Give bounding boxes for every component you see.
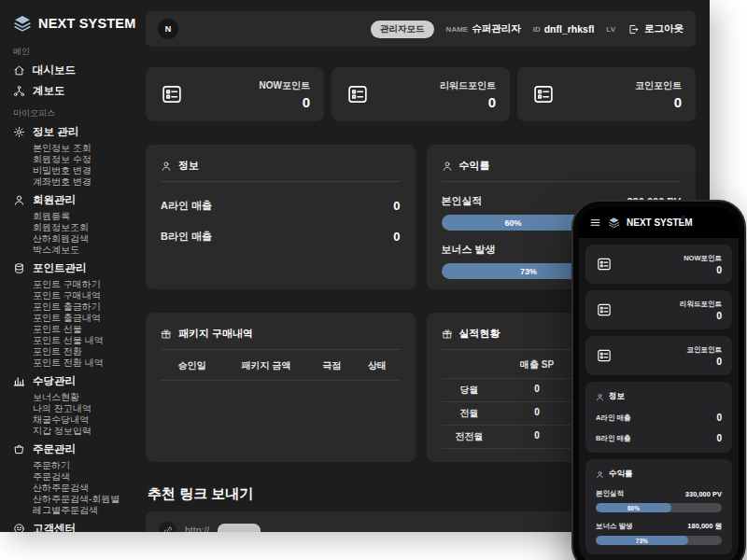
sidebar-subitem[interactable]: 회원정보 수정 [33, 154, 133, 165]
sidebar-subitem[interactable]: 주문검색 [33, 471, 133, 483]
sidebar-subitem[interactable]: 비밀번호 변경 [33, 165, 133, 176]
performance-row-value: 0 [498, 430, 577, 443]
performance-row-value: 0 [498, 407, 577, 420]
sidebar-subitem[interactable]: 포인트 출금하기 [33, 301, 133, 313]
metric-value: 180,000 원 [687, 522, 722, 531]
sidebar-subitem[interactable]: 산하주문검색 [33, 483, 133, 494]
point-card-text: 코인포인트0 [687, 345, 723, 367]
phone-info-card: 정보 A라인 매출0B라인 매출0 [585, 382, 732, 453]
table-column-header: 패키지 금액 [223, 359, 309, 372]
user-id: ID dnfl_rhksfl [533, 23, 595, 35]
sidebar-subitem[interactable]: 나의 잔고내역 [33, 403, 133, 414]
metric-row: 본인실적330,000 PV [596, 489, 722, 498]
info-row-label: B라인 매출 [596, 434, 631, 443]
copy-link-button[interactable] [218, 524, 261, 533]
sidebar-item-label: 회원관리 [33, 193, 76, 207]
home-icon [13, 64, 25, 77]
user-icon [161, 161, 172, 172]
sidebar-group: 회원관리회원등록회원정보조회산하회원검색박스계보도 [13, 192, 133, 256]
sidebar-group: 계보도 [13, 83, 133, 99]
phone-info-rows: A라인 매출0B라인 매출0 [596, 413, 722, 443]
sidebar-subitem[interactable]: 포인트 구매하기 [33, 279, 133, 290]
sidebar-subitem[interactable]: 산하회원검색 [33, 233, 133, 245]
point-card-label: 코인포인트 [687, 345, 723, 355]
sidebar-subitem[interactable]: 포인트 전환 내역 [33, 357, 133, 369]
sidebar-subitem[interactable]: 본인정보 조회 [33, 143, 133, 154]
performance-row-value: 0 [498, 384, 577, 397]
metric-value: 330,000 PV [685, 490, 722, 498]
sidebar-subitem[interactable]: 계좌번호 변경 [33, 176, 133, 188]
user-avatar[interactable]: N [158, 19, 178, 39]
sidebar-subitem[interactable]: 회원등록 [33, 211, 133, 222]
sidebar-item[interactable]: 대시보드 [13, 63, 133, 78]
sidebar-item[interactable]: 계보도 [13, 83, 133, 99]
package-table-header: 승인일패키지 금액극점상태 [161, 350, 401, 381]
point-card-value: 0 [260, 94, 310, 110]
sidebar-subitem[interactable]: 지갑 정보입력 [33, 426, 133, 437]
id-value: dnfl_rhksfl [544, 23, 595, 35]
sidebar-subitem[interactable]: 채굴수당내역 [33, 414, 133, 426]
metric-label: 보너스 발생 [442, 243, 496, 257]
sidebar-submenu: 포인트 구매하기포인트 구매내역포인트 출금하기포인트 출금내역포인트 선물포인… [33, 279, 133, 369]
metric-label: 보너스 발생 [596, 522, 633, 531]
point-card-label: 코인포인트 [635, 79, 682, 92]
package-history-card: 패키지 구매내역 승인일패키지 금액극점상태 [146, 313, 416, 462]
info-rows: A라인 매출0B라인 매출0 [161, 199, 401, 244]
list-icon [596, 301, 613, 318]
sidebar-nav: 메인대시보드계보도마이오피스정보 관리본인정보 조회회원정보 수정비밀번호 변경… [13, 46, 133, 532]
logout-button[interactable]: 로그아웃 [627, 22, 684, 35]
sidebar-item-label: 포인트관리 [33, 261, 87, 275]
phone-top-bar: NEXT SYSTEM [579, 207, 739, 238]
sidebar-subitem[interactable]: 포인트 선물 [33, 324, 133, 335]
sidebar-subitem[interactable]: 레그별주문검색 [33, 505, 133, 516]
phone-screen: NEXT SYSTEM NOW포인트0리워드포인트0코인포인트0 정보 A라인 … [579, 207, 739, 560]
sidebar-subitem[interactable]: 포인트 전환 [33, 346, 133, 357]
progress-fill: 60% [442, 215, 585, 231]
logo[interactable]: NEXT SYSTEM [13, 9, 133, 37]
sidebar-subitem[interactable]: 포인트 구매내역 [33, 290, 133, 301]
point-card: 코인포인트0 [585, 336, 732, 375]
info-row: A라인 매출0 [596, 413, 722, 423]
header-bar: N 관리자모드 NAME 슈퍼관리자 ID dnfl_rhksfl LV 로그아… [146, 11, 696, 47]
sidebar-subitem[interactable]: 산하주문검색-회원별 [33, 494, 133, 505]
sidebar-subitem[interactable]: 회원정보조회 [33, 222, 133, 233]
coins-icon [13, 262, 25, 274]
chart-icon [13, 375, 25, 387]
phone-mockup: NEXT SYSTEM NOW포인트0리워드포인트0코인포인트0 정보 A라인 … [571, 200, 746, 560]
link-icon [163, 525, 173, 532]
sidebar-item[interactable]: 주문관리 [13, 441, 133, 457]
sidebar-item[interactable]: 회원관리 [13, 192, 133, 208]
phone-point-cards: NOW포인트0리워드포인트0코인포인트0 [585, 245, 732, 375]
sidebar-item[interactable]: 정보 관리 [13, 124, 133, 140]
point-card-value: 0 [684, 264, 722, 275]
cart-icon [13, 443, 25, 455]
point-card-value: 0 [687, 356, 723, 367]
gear-icon [13, 126, 25, 138]
metric-item: 본인실적330,000 PV60% [596, 489, 722, 512]
info-row-value: 0 [716, 433, 722, 443]
sidebar-group: 주문관리주문하기주문검색산하주문검색산하주문검색-회원별레그별주문검색 [13, 441, 133, 516]
progress-fill: 73% [596, 536, 688, 545]
list-icon [596, 347, 613, 364]
sidebar-item[interactable]: 수당관리 [13, 373, 133, 389]
hamburger-menu-icon[interactable] [589, 217, 601, 229]
sidebar-item-label: 수당관리 [33, 374, 76, 388]
sidebar-subitem[interactable]: 보너스현황 [33, 392, 133, 403]
point-card: NOW포인트0 [585, 245, 732, 284]
sidebar-subitem[interactable]: 포인트 출금내역 [33, 313, 133, 324]
logout-icon [627, 23, 640, 35]
point-card: 리워드포인트0 [585, 290, 732, 329]
table-column-header: 승인일 [161, 359, 223, 372]
spacer [442, 358, 498, 371]
progress-percent: 60% [627, 505, 640, 511]
sidebar-item[interactable]: 고객센터 [13, 521, 133, 532]
sidebar-subitem[interactable]: 박스계보도 [33, 245, 133, 256]
sidebar-item-label: 주문관리 [33, 442, 76, 456]
sidebar-subitem[interactable]: 포인트 선물 내역 [33, 335, 133, 346]
sidebar-item[interactable]: 포인트관리 [13, 260, 133, 276]
sidebar-subitem[interactable]: 주문하기 [33, 460, 133, 471]
performance-value-header: 매출 SP [498, 358, 577, 371]
sidebar-group: 대시보드 [13, 63, 133, 78]
table-column-header: 극점 [309, 359, 355, 372]
metric-row: 보너스 발생180,000 원 [596, 522, 722, 531]
